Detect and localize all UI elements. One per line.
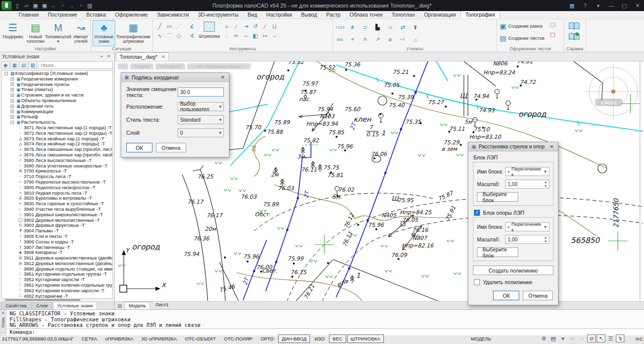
arc-icon[interactable]: ⌒	[165, 32, 174, 40]
tree-item[interactable]: ∴3961 Кустарники колючие-отдельные груп	[2, 283, 112, 288]
close-button[interactable]: ✕	[631, 3, 644, 9]
minimize-button[interactable]: —	[605, 3, 618, 9]
arc2-icon[interactable]: ⌣	[270, 32, 279, 40]
help-update-icon[interactable]	[569, 32, 580, 41]
ribbon-tab-Вывод[interactable]: Вывод	[297, 11, 322, 19]
user-settings-icon[interactable]: ⚙	[539, 335, 548, 342]
z-height-icon[interactable]: ↕Z	[386, 23, 394, 32]
tree-item[interactable]: ▵3675 Леса смешанные хар.(преобл. листв	[2, 147, 112, 152]
topo-hatches-button[interactable]: ▦Топографическиештриховки	[115, 20, 151, 46]
between-icon[interactable]: ⇄	[398, 23, 407, 32]
tree-item[interactable]: ↑3905 Ели и пихты -Т	[2, 234, 112, 239]
field-select[interactable]: Standard▼	[178, 115, 224, 124]
copy-circles-icon[interactable]: ◌	[222, 32, 231, 40]
expand-icon[interactable]: +	[11, 77, 14, 81]
tree-item[interactable]: ◎3912 Деревья мелколиственные (двойные	[2, 261, 112, 267]
search-input[interactable]	[38, 61, 113, 69]
table-icon[interactable]: ▦	[11, 61, 19, 69]
viewport-control-3[interactable]: — нет связанных видов —	[187, 63, 251, 69]
support-scale-spinner[interactable]: 1,00▲▼	[505, 235, 549, 244]
new-topoplan-button[interactable]: ▤Новыйтопоплан	[24, 20, 47, 46]
break-icon[interactable]: ∕	[232, 22, 240, 31]
create-sheets-button[interactable]: ▤Создание листов	[499, 32, 545, 44]
lt-icon[interactable]: ⌐Т	[398, 35, 407, 44]
toggle-ИЗО[interactable]: ИЗО	[311, 334, 328, 343]
document-tab[interactable]: Топоплан_.dwg* ✕	[116, 52, 169, 61]
tree-item[interactable]: ⌐3830 Леса горелые и сухостойные -Т	[2, 201, 112, 207]
panel-tab-Слои[interactable]: Слои	[32, 302, 52, 309]
ribbon-tab-Вставка[interactable]: Вставка	[82, 11, 110, 19]
field-select[interactable]: 0▼	[178, 128, 224, 137]
toggle-ВЕС[interactable]: ВЕС	[329, 334, 346, 343]
layout-list-icon[interactable]: ▤	[116, 303, 123, 308]
close-tab-icon[interactable]: ✕	[162, 54, 166, 59]
cancel-button[interactable]: Отмена	[156, 143, 186, 152]
open-file-icon[interactable]: ▱	[23, 3, 30, 9]
dropdown-icon[interactable]: ▾	[558, 335, 567, 342]
tree-item[interactable]: ○3790 Редколесье высокоствольное -Т	[2, 180, 112, 185]
dialog-title-bar[interactable]: ▣ Расстановка стрелок и опор ✕	[468, 142, 558, 151]
break2-icon[interactable]: ∕	[261, 22, 269, 31]
tree-item[interactable]: +▣Строения, здания и их части	[2, 93, 112, 98]
toggle-ШАГ[interactable]: ШАГ	[60, 334, 77, 343]
panel-tab-Свойства[interactable]: Свойства	[1, 302, 31, 309]
geotree-button[interactable]: ☰Геодерево	[2, 20, 24, 46]
abc-icon[interactable]: abc	[336, 35, 344, 44]
model-tab-Лист1[interactable]: Лист1	[151, 302, 173, 309]
toggle-ОРТО[interactable]: ОРТО	[257, 334, 277, 343]
tree-item[interactable]: ◦3800 Редколесье низкорослое -Т	[2, 185, 112, 191]
workspace-icon[interactable]: ▦	[566, 3, 579, 9]
annotation-scale[interactable]: m1:1	[635, 336, 644, 341]
move-icon[interactable]: +	[222, 22, 231, 31]
block-name-select[interactable]: +Пересечения к▼	[505, 167, 549, 176]
tree-item[interactable]: ∘3810 Редкая поросль леса -Т	[2, 191, 112, 196]
spinner-arrows-icon[interactable]: ▲▼	[543, 236, 548, 243]
ribbon-tab-Растр[interactable]: Растр	[321, 11, 345, 19]
cursor-select-icon[interactable]: ↖	[597, 334, 605, 342]
toggle-ШТРИХОВКА[interactable]: ШТРИХОВКА	[347, 334, 384, 343]
create-frames-button[interactable]: ▣Создание рамок	[499, 20, 545, 32]
tree-item[interactable]: ○3901 Деревья широколиственные -Т	[2, 212, 112, 218]
choose-support-block-button[interactable]: Выберите блок	[477, 247, 518, 257]
sketch-icon[interactable]: ∿	[155, 32, 164, 40]
tree-item[interactable]: ∟3840 Участки леса вырубленные -Т	[2, 207, 112, 212]
import-styles-button[interactable]: ↝Импортстилей	[69, 20, 92, 46]
tree-item[interactable]: ∠3820 Буреломы и ветровалы -Т	[2, 196, 112, 201]
expand-icon[interactable]: +	[11, 94, 14, 97]
delete-polyline-checkbox[interactable]	[474, 279, 480, 285]
toposcale-button[interactable]: МТопомасштаб▾	[47, 20, 69, 46]
panel-tab-Условные знаки[interactable]: Условные знаки	[53, 302, 97, 309]
tree-item[interactable]: ◯3902 Деревья мелколиственные -Т	[2, 218, 112, 223]
tree-item[interactable]: △3674 Леса хвойные хар.(2 породы) -Т	[2, 141, 112, 147]
pline-icon[interactable]: ⊃	[361, 23, 369, 32]
pin-icon[interactable]: ⌖	[98, 54, 105, 59]
rotate-icon[interactable]: ↺	[251, 22, 260, 31]
align-icon[interactable]: ⇥	[242, 22, 250, 31]
frame-light-icon[interactable]: ▢	[548, 20, 557, 29]
steps-icon[interactable]: ▙	[373, 23, 382, 32]
grid-settings-icon[interactable]: ▧	[29, 61, 37, 69]
expand-icon[interactable]: +	[11, 88, 14, 92]
tree-item[interactable]: ◦3890 Деревья отдельно стоящие, не имею	[2, 267, 112, 272]
scale-spinner[interactable]: 1,00▲▼	[505, 180, 549, 189]
space-toggle[interactable]: МОДЕЛЬ	[471, 336, 491, 341]
redo-icon[interactable]: →	[68, 3, 75, 9]
toggle-ОТС-ПОЛЯР[interactable]: ОТС-ПОЛЯР	[220, 334, 256, 343]
create-polyline-button[interactable]: Создать полилинию	[473, 266, 553, 275]
undo-icon[interactable]: ←	[50, 3, 57, 9]
cancel-button[interactable]: Отмена	[523, 291, 553, 300]
expand-icon[interactable]: +	[11, 82, 14, 86]
quick-ucs-icon[interactable]: ↯	[616, 334, 624, 342]
tree-item[interactable]: ◦3690 Леса угнетенные низкорослые -Т	[2, 163, 112, 169]
toggle-3D оПРИВЯЗКА[interactable]: 3D оПРИВЯЗКА	[138, 334, 181, 343]
tree-item[interactable]: +▣Дорожная сеть	[2, 104, 112, 109]
close-command-icon[interactable]: ✕	[2, 311, 5, 315]
spinner-arrows-icon[interactable]: ▲▼	[543, 181, 548, 188]
rect-icon[interactable]: ▭	[165, 22, 174, 31]
dialog-close-icon[interactable]: ✕	[549, 144, 555, 149]
viewport-control-0[interactable]: +	[118, 63, 128, 69]
tree-item[interactable]: +▣Геодезические пункты	[2, 82, 112, 88]
help-caret[interactable]: ▾	[592, 3, 605, 9]
circle-select-icon[interactable]: ⌀	[386, 35, 394, 44]
grid-view-icon[interactable]: ▤	[20, 61, 28, 69]
